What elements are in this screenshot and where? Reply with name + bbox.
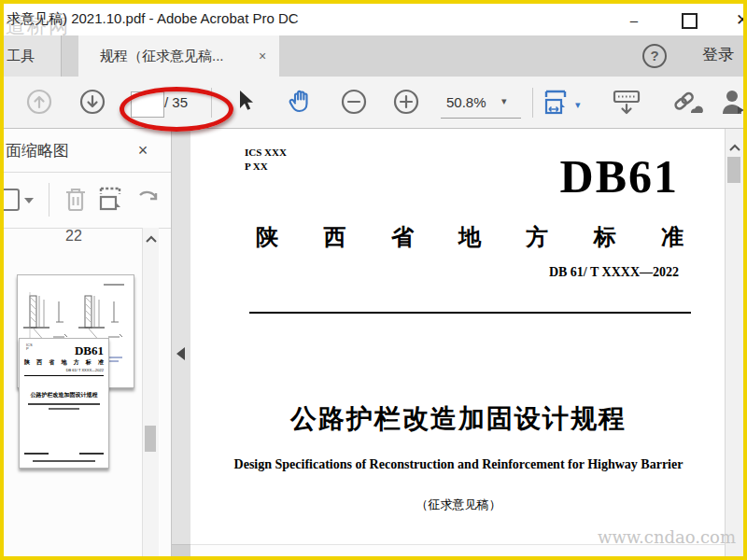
- mini-ics-text: ICSP: [26, 343, 33, 351]
- zoom-dropdown-underline: [441, 118, 521, 119]
- fit-dropdown-caret-icon[interactable]: ▾: [575, 99, 581, 111]
- tab-close-icon[interactable]: ×: [254, 48, 271, 64]
- main-toolbar: / 35 50.8% ▾ ▾: [4, 77, 743, 129]
- mini-subtitle-line: [28, 403, 100, 405]
- share-link-icon[interactable]: [670, 89, 704, 119]
- doc-main-title: 公路护栏改造加固设计规程: [190, 401, 726, 437]
- mini-draft-line: [49, 408, 79, 410]
- zoom-in-icon[interactable]: [393, 89, 419, 115]
- main-area: 面缩略图 × 22: [4, 129, 743, 556]
- doc-standard-code: DB 61/ T XXXX—2022: [549, 265, 679, 280]
- close-window-button[interactable]: ✕: [728, 11, 747, 30]
- vertical-scrollbar[interactable]: [725, 129, 743, 556]
- thumbnail-options-dropdown-icon[interactable]: [4, 187, 35, 213]
- next-page-icon[interactable]: [79, 89, 106, 115]
- panel-close-icon[interactable]: ×: [133, 140, 153, 161]
- zoom-level-value[interactable]: 50.8%: [446, 94, 486, 110]
- scroll-up-icon: [145, 233, 158, 245]
- doc-standard-row: 陕西省地方标准: [256, 222, 684, 252]
- mini-rule: [24, 375, 104, 376]
- mini-code: DB 61/ T XXXX—2022: [24, 368, 104, 372]
- previous-page-icon[interactable]: [26, 89, 52, 115]
- send-for-signature-icon[interactable]: [721, 88, 745, 119]
- tab-tools[interactable]: 工具: [4, 35, 62, 77]
- sign-in-button[interactable]: 登录: [702, 44, 734, 65]
- document-viewport[interactable]: ICS XXX P XX DB61 陕西省地方标准 DB 61/ T XXXX—…: [190, 129, 725, 556]
- thumbnails-scrollbar-thumb[interactable]: [145, 426, 156, 452]
- thumbnails-panel-title: 面缩略图: [6, 140, 69, 161]
- maximize-button[interactable]: [682, 13, 698, 29]
- highlight-ellipse-annotation: [120, 87, 233, 132]
- page-thumbnails-panel: 面缩略图 × 22: [4, 129, 172, 556]
- window-title: 求意见稿) 2021.10.pdf - Adobe Acrobat Pro DC: [7, 10, 299, 28]
- app-window: 道桥网 求意见稿) 2021.10.pdf - Adobe Acrobat Pr…: [0, 0, 747, 560]
- thumbnails-toolbar-separator: [49, 183, 49, 217]
- rotate-pages-icon[interactable]: [134, 186, 162, 214]
- mini-bottom-lines: [24, 453, 104, 455]
- thumbnails-panel-header: 面缩略图 ×: [4, 129, 171, 173]
- doc-english-title: Design Specifications of Reconstruction …: [190, 457, 726, 472]
- select-tool-icon[interactable]: [233, 89, 257, 115]
- delete-pages-icon[interactable]: [62, 185, 90, 215]
- tab-strip: 工具 规程（征求意见稿... × ? 登录: [4, 35, 743, 77]
- doc-db61-heading: DB61: [560, 149, 679, 203]
- mini-db61: DB61: [24, 344, 104, 357]
- collapse-panel-icon[interactable]: [176, 347, 185, 360]
- mini-standard-row: 陕西省地方标准: [24, 358, 104, 367]
- site-watermark: www.cndao.com: [598, 527, 736, 547]
- crop-pages-icon[interactable]: [97, 185, 127, 215]
- thumbnails-scrollbar[interactable]: [142, 228, 159, 556]
- minimize-button[interactable]: –: [620, 11, 648, 30]
- scroll-up-icon: [728, 142, 741, 153]
- toolbar-separator: [532, 88, 533, 118]
- panel-collapse-strip[interactable]: [172, 129, 190, 556]
- toolbar-panel-icon[interactable]: [611, 89, 642, 119]
- hand-tool-icon[interactable]: [287, 88, 315, 116]
- title-bar: 道桥网 求意见稿) 2021.10.pdf - Adobe Acrobat Pr…: [4, 4, 743, 35]
- thumbnail-page-label: 22: [4, 228, 144, 245]
- zoom-dropdown-caret-icon[interactable]: ▾: [501, 95, 507, 107]
- tab-document[interactable]: 规程（征求意见稿... ×: [78, 35, 279, 77]
- help-icon[interactable]: ?: [642, 44, 667, 68]
- tab-document-label: 规程（征求意见稿...: [100, 35, 224, 77]
- zoom-out-icon[interactable]: [341, 89, 367, 115]
- vertical-scrollbar-thumb[interactable]: [727, 157, 740, 183]
- mini-title: 公路护栏改造加固设计规程: [27, 391, 100, 399]
- thumbnails-toolbar: [4, 172, 171, 229]
- scroll-corner: [172, 544, 190, 556]
- doc-horizontal-rule: [249, 312, 691, 314]
- doc-ics-block: ICS XXX P XX: [245, 146, 287, 174]
- fit-width-icon[interactable]: [543, 88, 571, 118]
- doc-draft-note: （征求意见稿）: [190, 497, 726, 513]
- mini-footer-line: [33, 460, 95, 462]
- page-thumbnail-cover[interactable]: ICSP DB61 陕西省地方标准 DB 61/ T XXXX—2022 公路护…: [19, 338, 109, 469]
